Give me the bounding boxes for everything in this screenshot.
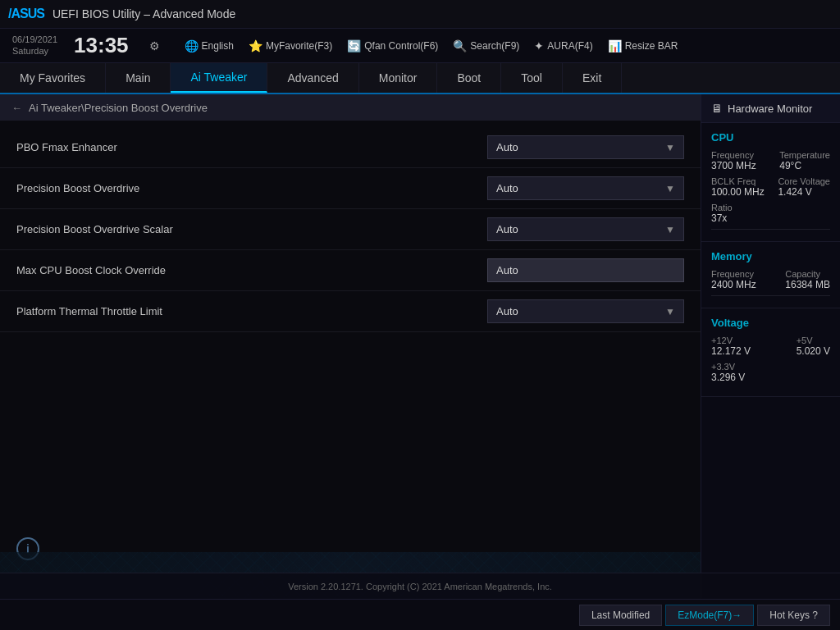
setting-row-max-cpu-boost: Max CPU Boost Clock Override Auto [0, 250, 701, 291]
tool-search-label: Search(F9) [470, 40, 519, 52]
nav-monitor[interactable]: Monitor [359, 63, 438, 93]
hw-label-33v: +3.3V [711, 362, 745, 372]
tool-aura[interactable]: ✦ AURA(F4) [534, 39, 592, 52]
hw-row-cpu-freq: Frequency 3700 MHz Temperature 49°C [711, 150, 830, 171]
tool-myfavorite-label: MyFavorite(F3) [266, 40, 332, 52]
setting-row-thermal-throttle: Platform Thermal Throttle Limit Auto ▼ [0, 291, 701, 332]
setting-control-pbo-scalar: Auto ▼ [487, 217, 684, 241]
dropdown-arrow-icon-3: ▼ [665, 224, 675, 235]
tool-qfan-label: Qfan Control(F6) [364, 40, 438, 52]
time-display: 13:35 [74, 33, 129, 58]
thermal-throttle-value: Auto [496, 305, 518, 317]
globe-icon: 🌐 [185, 39, 199, 52]
hw-section-cpu-title: CPU [711, 131, 830, 144]
pbo-value: Auto [496, 182, 518, 194]
nav-ai-tweaker[interactable]: Ai Tweaker [171, 63, 267, 93]
nav-exit[interactable]: Exit [563, 63, 622, 93]
pbo-dropdown[interactable]: Auto ▼ [487, 176, 684, 200]
dropdown-arrow-icon-2: ▼ [665, 183, 675, 194]
hw-label-bclk: BCLK Freq [711, 176, 765, 186]
tool-search[interactable]: 🔍 Search(F9) [453, 39, 519, 52]
version-bar: Version 2.20.1271. Copyright (C) 2021 Am… [0, 573, 840, 599]
hw-row-bclk: BCLK Freq 100.00 MHz Core Voltage 1.424 … [711, 176, 830, 198]
pbo-scalar-dropdown[interactable]: Auto ▼ [487, 217, 684, 241]
hw-label-cpu-freq: Frequency [711, 150, 756, 160]
hw-value-12v: 12.172 V [711, 345, 751, 357]
nav-main[interactable]: Main [106, 63, 171, 93]
day: Saturday [12, 46, 57, 57]
hw-label-ratio: Ratio [711, 203, 733, 212]
hw-value-mem-capacity: 16384 MB [785, 279, 830, 290]
breadcrumb-path: Ai Tweaker\Precision Boost Overdrive [29, 102, 208, 114]
nav-advanced[interactable]: Advanced [267, 63, 358, 93]
nav-my-favorites[interactable]: My Favorites [0, 63, 106, 93]
nav-menu: My Favorites Main Ai Tweaker Advanced Mo… [0, 63, 840, 94]
pbo-fmax-value: Auto [496, 141, 518, 153]
hw-value-mem-freq: 2400 MHz [711, 279, 756, 290]
ez-mode-button[interactable]: EzMode(F7)→ [665, 605, 754, 626]
setting-control-max-cpu-boost: Auto [487, 258, 684, 282]
hw-value-5v: 5.020 V [797, 345, 830, 357]
settings-list: PBO Fmax Enhancer Auto ▼ Precision Boost… [0, 121, 701, 525]
back-arrow-icon[interactable]: ← [11, 102, 22, 114]
hw-row-12v: +12V 12.172 V +5V 5.020 V [711, 336, 830, 357]
last-modified-button[interactable]: Last Modified [579, 605, 662, 626]
footer: Last Modified EzMode(F7)→ Hot Keys ? [0, 599, 840, 630]
tool-resizebar[interactable]: 📊 Resize BAR [608, 39, 678, 52]
time-bar: 06/19/2021 Saturday 13:35 ⚙ 🌐 English ⭐ … [0, 29, 840, 63]
tool-english[interactable]: 🌐 English [185, 39, 234, 52]
setting-control-pbo: Auto ▼ [487, 176, 684, 200]
pbo-scalar-value: Auto [496, 223, 518, 235]
search-icon: 🔍 [453, 39, 467, 52]
tool-english-label: English [202, 40, 234, 52]
hardware-monitor: 🖥 Hardware Monitor CPU Frequency 3700 MH… [701, 94, 840, 630]
nav-boot[interactable]: Boot [437, 63, 501, 93]
hw-value-bclk: 100.00 MHz [711, 186, 765, 198]
hw-label-cpu-temp: Temperature [779, 150, 830, 160]
setting-label-pbo-fmax: PBO Fmax Enhancer [16, 141, 487, 153]
tool-qfan[interactable]: 🔄 Qfan Control(F6) [347, 39, 438, 52]
hw-section-memory: Memory Frequency 2400 MHz Capacity 16384… [701, 242, 840, 308]
nav-tool[interactable]: Tool [501, 63, 563, 93]
tool-aura-label: AURA(F4) [547, 40, 592, 52]
hw-label-5v: +5V [797, 336, 830, 345]
breadcrumb: ← Ai Tweaker\Precision Boost Overdrive [0, 94, 701, 121]
hw-section-voltage-title: Voltage [711, 317, 830, 329]
hot-keys-button[interactable]: Hot Keys ? [757, 605, 830, 626]
max-cpu-boost-input[interactable]: Auto [487, 258, 684, 282]
hw-row-ratio: Ratio 37x [711, 203, 830, 224]
thermal-throttle-dropdown[interactable]: Auto ▼ [487, 299, 684, 323]
hw-monitor-title: 🖥 Hardware Monitor [701, 94, 840, 123]
date: 06/19/2021 [12, 34, 57, 45]
main-content: ← Ai Tweaker\Precision Boost Overdrive P… [0, 94, 701, 630]
monitor-icon: 🖥 [711, 102, 723, 115]
fan-icon: 🔄 [347, 39, 361, 52]
version-text: Version 2.20.1271. Copyright (C) 2021 Am… [288, 582, 552, 591]
pbo-fmax-dropdown[interactable]: Auto ▼ [487, 135, 684, 159]
asus-logo: /ASUS [8, 7, 44, 21]
bios-title: UEFI BIOS Utility – Advanced Mode [52, 7, 235, 21]
star-icon: ⭐ [249, 39, 262, 52]
hw-value-cpu-temp: 49°C [779, 160, 830, 171]
hw-label-12v: +12V [711, 336, 751, 345]
settings-icon[interactable]: ⚙ [149, 39, 160, 52]
setting-label-thermal-throttle: Platform Thermal Throttle Limit [16, 305, 487, 317]
content-area: ← Ai Tweaker\Precision Boost Overdrive P… [0, 94, 840, 630]
setting-control-pbo-fmax: Auto ▼ [487, 135, 684, 159]
hw-section-cpu: CPU Frequency 3700 MHz Temperature 49°C … [701, 123, 840, 242]
tool-resizebar-label: Resize BAR [625, 40, 678, 52]
hw-label-mem-capacity: Capacity [785, 269, 830, 279]
header-bar: /ASUS UEFI BIOS Utility – Advanced Mode [0, 0, 840, 29]
hot-keys-label: Hot Keys ? [769, 609, 818, 621]
setting-label-pbo: Precision Boost Overdrive [16, 182, 487, 194]
aura-icon: ✦ [534, 39, 544, 52]
tool-myfavorite[interactable]: ⭐ MyFavorite(F3) [249, 39, 332, 52]
resize-icon: 📊 [608, 39, 622, 52]
date-time: 06/19/2021 Saturday [12, 34, 57, 56]
hw-value-core-voltage: 1.424 V [778, 186, 830, 198]
hw-value-ratio: 37x [711, 212, 733, 224]
hw-section-memory-title: Memory [711, 250, 830, 262]
dropdown-arrow-icon: ▼ [665, 142, 675, 153]
setting-row-pbo-fmax: PBO Fmax Enhancer Auto ▼ [0, 127, 701, 168]
hw-monitor-label: Hardware Monitor [728, 103, 812, 115]
